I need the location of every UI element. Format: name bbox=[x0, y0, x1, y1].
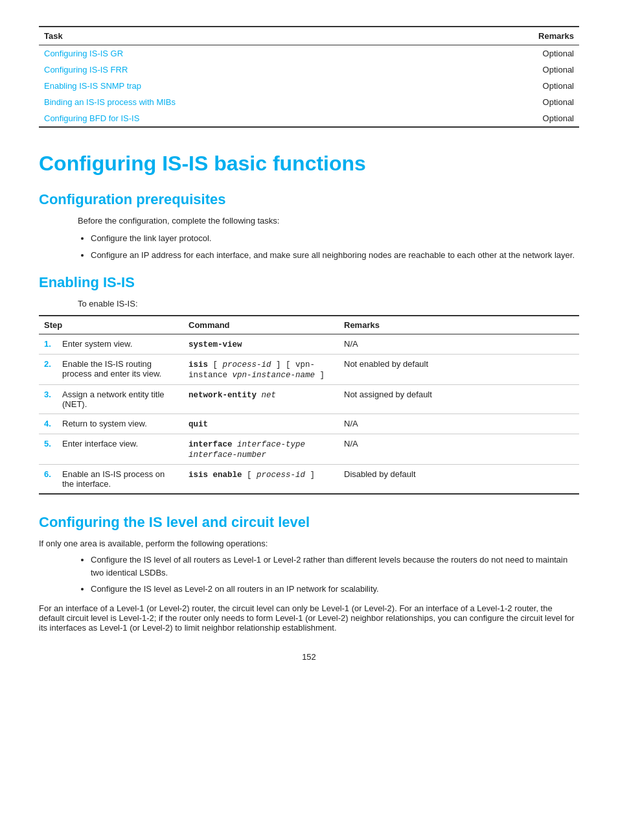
page-number: 152 bbox=[39, 652, 579, 662]
table-row: 4.Return to system view.quitN/A bbox=[39, 414, 579, 434]
summary-task[interactable]: Binding an IS-IS process with MIBs bbox=[39, 94, 447, 110]
summary-remarks: Optional bbox=[447, 45, 579, 62]
section1-heading: Configuration prerequisites bbox=[39, 191, 579, 208]
summary-table: Task Remarks Configuring IS-IS GROptiona… bbox=[39, 26, 579, 128]
main-heading: Configuring IS-IS basic functions bbox=[39, 151, 579, 176]
section1-intro: Before the configuration, complete the f… bbox=[78, 216, 579, 226]
summary-col-remarks: Remarks bbox=[447, 27, 579, 45]
step-command: isis [ process-id ] [ vpn-instance vpn-i… bbox=[183, 355, 339, 385]
step-command: quit bbox=[183, 414, 339, 434]
summary-remarks: Optional bbox=[447, 78, 579, 94]
bullet-item: Configure the link layer protocol. bbox=[91, 232, 579, 245]
summary-row: Configuring IS-IS FRROptional bbox=[39, 62, 579, 78]
summary-row: Configuring IS-IS GROptional bbox=[39, 45, 579, 62]
bullet-item: Configure the IS level as Level-2 on all… bbox=[91, 583, 579, 596]
summary-task[interactable]: Configuring BFD for IS-IS bbox=[39, 110, 447, 127]
step-number: 2. bbox=[39, 355, 57, 385]
summary-remarks: Optional bbox=[447, 62, 579, 78]
section3-bullets: Configure the IS level of all routers as… bbox=[91, 554, 579, 596]
step-number: 1. bbox=[39, 334, 57, 355]
section2-intro: To enable IS-IS: bbox=[78, 299, 579, 309]
table-row: 3.Assign a network entity title (NET).ne… bbox=[39, 385, 579, 414]
section1-bullets: Configure the link layer protocol.Config… bbox=[91, 232, 579, 261]
section2-heading: Enabling IS-IS bbox=[39, 274, 579, 291]
step-command: network-entity net bbox=[183, 385, 339, 414]
step-remarks: Not enabled by default bbox=[339, 355, 579, 385]
summary-task[interactable]: Configuring IS-IS GR bbox=[39, 45, 447, 62]
bullet-item: Configure an IP address for each interfa… bbox=[91, 249, 579, 262]
step-description: Enter interface view. bbox=[57, 434, 183, 465]
summary-remarks: Optional bbox=[447, 94, 579, 110]
table-row: 2.Enable the IS-IS routing process and e… bbox=[39, 355, 579, 385]
section3-heading: Configuring the IS level and circuit lev… bbox=[39, 514, 579, 531]
step-remarks: N/A bbox=[339, 414, 579, 434]
step-description: Enter system view. bbox=[57, 334, 183, 355]
step-remarks: Disabled by default bbox=[339, 465, 579, 495]
step-description: Enable an IS-IS process on the interface… bbox=[57, 465, 183, 495]
section3-para1: If only one area is available, perform t… bbox=[39, 539, 579, 548]
table-row: 1.Enter system view.system-viewN/A bbox=[39, 334, 579, 355]
step-number: 4. bbox=[39, 414, 57, 434]
step-number: 6. bbox=[39, 465, 57, 495]
cmd-col-step: Step bbox=[39, 316, 183, 334]
section3-para2: For an interface of a Level-1 (or Level-… bbox=[39, 603, 579, 633]
cmd-col-command: Command bbox=[183, 316, 339, 334]
step-remarks: Not assigned by default bbox=[339, 385, 579, 414]
summary-task[interactable]: Configuring IS-IS FRR bbox=[39, 62, 447, 78]
step-command: interface interface-type interface-numbe… bbox=[183, 434, 339, 465]
step-command: isis enable [ process-id ] bbox=[183, 465, 339, 495]
bullet-item: Configure the IS level of all routers as… bbox=[91, 554, 579, 579]
step-number: 5. bbox=[39, 434, 57, 465]
step-description: Enable the IS-IS routing process and ent… bbox=[57, 355, 183, 385]
table-row: 5.Enter interface view.interface interfa… bbox=[39, 434, 579, 465]
step-description: Assign a network entity title (NET). bbox=[57, 385, 183, 414]
step-command: system-view bbox=[183, 334, 339, 355]
step-description: Return to system view. bbox=[57, 414, 183, 434]
table-row: 6.Enable an IS-IS process on the interfa… bbox=[39, 465, 579, 495]
summary-task[interactable]: Enabling IS-IS SNMP trap bbox=[39, 78, 447, 94]
step-remarks: N/A bbox=[339, 434, 579, 465]
summary-remarks: Optional bbox=[447, 110, 579, 127]
summary-row: Configuring BFD for IS-ISOptional bbox=[39, 110, 579, 127]
step-remarks: N/A bbox=[339, 334, 579, 355]
step-number: 3. bbox=[39, 385, 57, 414]
summary-row: Enabling IS-IS SNMP trapOptional bbox=[39, 78, 579, 94]
command-table: Step Command Remarks 1.Enter system view… bbox=[39, 315, 579, 495]
cmd-col-remarks: Remarks bbox=[339, 316, 579, 334]
summary-row: Binding an IS-IS process with MIBsOption… bbox=[39, 94, 579, 110]
summary-col-task: Task bbox=[39, 27, 447, 45]
